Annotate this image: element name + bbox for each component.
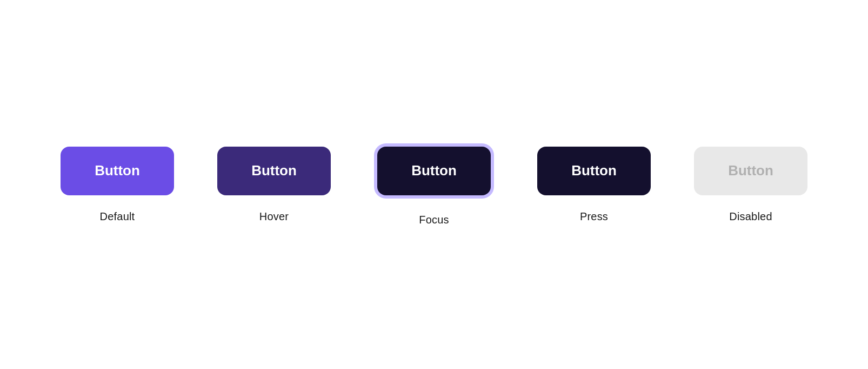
state-label-disabled: Disabled (729, 210, 772, 223)
state-label-default: Default (100, 210, 135, 223)
focus-ring: Button (374, 143, 494, 199)
button-hover[interactable]: Button (217, 147, 331, 195)
state-label-hover: Hover (259, 210, 289, 223)
button-item-press: Button Press (537, 147, 651, 223)
state-label-press: Press (580, 210, 608, 223)
button-press[interactable]: Button (537, 147, 651, 195)
button-item-default: Button Default (61, 147, 174, 223)
state-label-focus: Focus (419, 214, 449, 226)
button-default[interactable]: Button (61, 147, 174, 195)
button-focus[interactable]: Button (377, 147, 491, 195)
button-item-hover: Button Hover (217, 147, 331, 223)
button-item-disabled: Button Disabled (694, 147, 807, 223)
button-showcase: Button Default Button Hover Button Focus… (61, 143, 807, 226)
button-disabled: Button (694, 147, 807, 195)
button-item-focus: Button Focus (374, 143, 494, 226)
